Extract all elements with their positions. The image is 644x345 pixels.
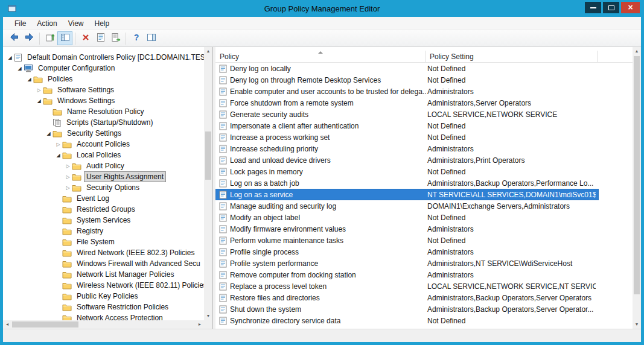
policy-row[interactable]: Shut down the systemAdministrators,Backu… <box>215 303 599 315</box>
tree-item-software-settings[interactable]: ▷Software Settings <box>3 84 204 95</box>
policy-row[interactable]: Synchronize directory service dataNot De… <box>215 315 599 326</box>
policy-row[interactable]: Profile system performanceAdministrators… <box>215 258 599 269</box>
policy-row[interactable]: Deny log on through Remote Desktop Servi… <box>215 74 599 86</box>
scroll-left-icon[interactable]: ◄ <box>3 320 11 329</box>
folder-icon <box>62 260 72 268</box>
tree-item-event-log[interactable]: Event Log <box>3 193 204 204</box>
tree-item-software-restriction-policies[interactable]: Software Restriction Policies <box>3 302 204 312</box>
tree-item-wireless-network-ieee-802-11-policies[interactable]: Wireless Network (IEEE 802.11) Policies <box>3 280 204 291</box>
tree-item-security-options[interactable]: ▷Security Options <box>3 182 204 193</box>
folder-icon <box>62 151 72 159</box>
tree-vertical-scrollbar[interactable]: ▲ ▼ <box>204 47 212 320</box>
expander-icon[interactable]: ▷ <box>65 163 71 169</box>
tree-item-label: Account Policies <box>74 139 132 150</box>
policy-row[interactable]: Modify firmware environment valuesAdmini… <box>215 223 599 235</box>
column-header-policy[interactable]: Policy <box>215 51 426 62</box>
policy-row[interactable]: Force shutdown from a remote systemAdmin… <box>215 97 599 109</box>
properties-button[interactable] <box>93 31 108 45</box>
tree-item-audit-policy[interactable]: ▷Audit Policy <box>3 160 204 171</box>
scroll-up-icon[interactable]: ▲ <box>633 47 641 55</box>
forward-button[interactable] <box>22 31 37 45</box>
show-console-tree-button[interactable] <box>57 31 72 45</box>
expander-icon[interactable]: ▷ <box>55 142 62 147</box>
tree-item-local-policies[interactable]: ◢Local Policies <box>3 150 204 160</box>
scroll-up-icon[interactable]: ▲ <box>204 47 212 55</box>
title-bar[interactable]: Group Policy Management Editor × <box>3 0 641 17</box>
tree-item-wired-network-ieee-802-3-policies[interactable]: Wired Network (IEEE 802.3) Policies <box>3 247 204 258</box>
policy-row[interactable]: Increase scheduling priorityAdministrato… <box>215 143 599 154</box>
tree-item-public-key-policies[interactable]: Public Key Policies <box>3 291 204 302</box>
policy-name: Impersonate a client after authenticatio… <box>230 122 359 130</box>
policy-icon <box>219 122 227 130</box>
help-button[interactable]: ? <box>129 31 144 45</box>
tree-hscrollbar-thumb[interactable] <box>12 321 78 328</box>
policy-row[interactable]: Remove computer from docking stationAdmi… <box>215 269 599 280</box>
menu-help[interactable]: Help <box>89 18 115 29</box>
up-one-level-button[interactable] <box>42 31 57 45</box>
tree-item-file-system[interactable]: File System <box>3 236 204 247</box>
policy-row[interactable]: Modify an object labelNot Defined <box>215 212 599 223</box>
policy-row[interactable]: Enable computer and user accounts to be … <box>215 86 599 97</box>
policy-row[interactable]: Perform volume maintenance tasksNot Defi… <box>215 235 599 246</box>
tree-item-registry[interactable]: Registry <box>3 226 204 236</box>
tree-item-policies[interactable]: ◢Policies <box>3 74 204 84</box>
tree-item-name-resolution-policy[interactable]: Name Resolution Policy <box>3 106 204 117</box>
tree-item-network-list-manager-policies[interactable]: Network List Manager Policies <box>3 269 204 280</box>
policy-setting: Not Defined <box>426 76 596 84</box>
tree-item-network-access-protection[interactable]: Network Access Protection <box>3 312 204 320</box>
export-list-button[interactable] <box>108 31 123 45</box>
tree-item-computer-configuration[interactable]: ◢Computer Configuration <box>3 63 204 74</box>
menu-view[interactable]: View <box>63 18 89 29</box>
tree-item-default-domain-controllers-policy-dc1-domain1-test[interactable]: ◢Default Domain Controllers Policy [DC1.… <box>3 52 204 63</box>
policy-row[interactable]: Deny log on locallyNot Defined <box>215 63 599 74</box>
policy-icon <box>219 179 227 188</box>
tree-item-security-settings[interactable]: ◢Security Settings <box>3 128 204 139</box>
list-vertical-scrollbar[interactable]: ▲ ▼ <box>633 47 641 329</box>
policy-cell: Synchronize directory service data <box>216 317 426 325</box>
back-button[interactable] <box>7 31 22 45</box>
tree-scrollbar-thumb[interactable] <box>205 131 211 180</box>
delete-button[interactable] <box>78 31 93 45</box>
tree-item-account-policies[interactable]: ▷Account Policies <box>3 139 204 150</box>
expander-icon[interactable]: ◢ <box>16 66 23 71</box>
show-action-pane-button[interactable] <box>144 31 159 45</box>
tree-item-system-services[interactable]: System Services <box>3 215 204 226</box>
scroll-down-icon[interactable]: ▼ <box>633 320 641 329</box>
expander-icon[interactable]: ◢ <box>7 55 13 60</box>
expander-icon[interactable]: ▷ <box>36 87 42 93</box>
close-button[interactable]: × <box>621 2 640 13</box>
menu-file[interactable]: File <box>9 18 31 29</box>
tree-item-restricted-groups[interactable]: Restricted Groups <box>3 204 204 215</box>
policy-row[interactable]: Load and unload device driversAdministra… <box>215 154 599 166</box>
maximize-button[interactable] <box>603 2 619 13</box>
expander-icon[interactable]: ◢ <box>36 98 42 104</box>
expander-icon[interactable]: ◢ <box>26 77 33 82</box>
expander-icon[interactable]: ◢ <box>45 131 52 136</box>
tree-item-windows-firewall-with-advanced-secu[interactable]: Windows Firewall with Advanced Secu <box>3 258 204 269</box>
minimize-button[interactable] <box>585 2 601 13</box>
list-scrollbar-thumb[interactable] <box>634 56 640 294</box>
policy-row[interactable]: Impersonate a client after authenticatio… <box>215 120 599 131</box>
policy-row[interactable]: Restore files and directoriesAdministrat… <box>215 292 599 303</box>
tree-horizontal-scrollbar[interactable]: ◄ ► <box>3 320 204 329</box>
policy-row[interactable]: Increase a process working setNot Define… <box>215 131 599 143</box>
column-header-policy-setting[interactable]: Policy Setting <box>426 51 598 62</box>
window-title: Group Policy Management Editor <box>3 4 641 13</box>
expander-icon[interactable]: ◢ <box>55 153 62 158</box>
main-area: ◢Default Domain Controllers Policy [DC1.… <box>3 47 641 329</box>
tree-item-windows-settings[interactable]: ◢Windows Settings <box>3 95 204 106</box>
policy-row[interactable]: Log on as a batch jobAdministrators,Back… <box>215 177 599 189</box>
tree-item-scripts-startup-shutdown[interactable]: Scripts (Startup/Shutdown) <box>3 117 204 128</box>
expander-icon[interactable]: ▷ <box>65 185 71 191</box>
tree-item-user-rights-assignment[interactable]: ▷User Rights Assignment <box>3 171 204 182</box>
policy-row[interactable]: Lock pages in memoryNot Defined <box>215 166 599 177</box>
scroll-down-icon[interactable]: ▼ <box>204 312 212 320</box>
expander-icon[interactable]: ▷ <box>65 174 71 180</box>
menu-action[interactable]: Action <box>31 18 62 29</box>
policy-row[interactable]: Manage auditing and security logDOMAIN1\… <box>215 200 599 212</box>
policy-row[interactable]: Generate security auditsLOCAL SERVICE,NE… <box>215 109 599 120</box>
scroll-right-icon[interactable]: ► <box>196 320 204 329</box>
policy-row[interactable]: Profile single processAdministrators <box>215 246 599 258</box>
policy-row[interactable]: Log on as a serviceNT SERVICE\ALL SERVIC… <box>215 189 599 200</box>
policy-row[interactable]: Replace a process level tokenLOCAL SERVI… <box>215 280 599 292</box>
